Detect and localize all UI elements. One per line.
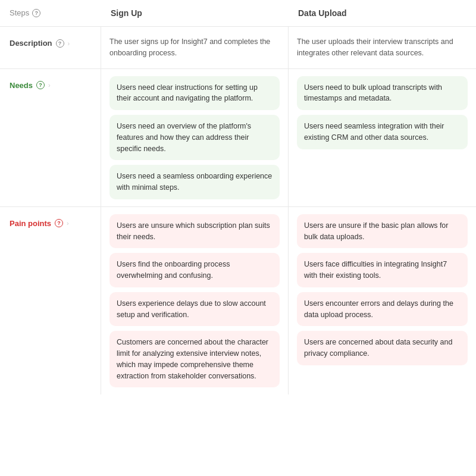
pain-col2-card-2: Users face difficulties in integrating I…: [297, 253, 468, 287]
description-question-icon[interactable]: ?: [56, 39, 64, 48]
table-grid: Steps ? Sign Up Data Upload Description …: [0, 0, 476, 394]
needs-col1-card-1: Users need clear instructions for settin…: [109, 76, 280, 111]
pain-points-arrow-icon: ›: [67, 220, 69, 227]
description-col1-text: The user signs up for Insight7 and compl…: [109, 34, 280, 61]
pain-points-section-label: Pain points ? ›: [0, 207, 101, 395]
col2-header: Data Upload: [289, 0, 476, 27]
pain-col2-card-1: Users are unsure if the basic plan allow…: [297, 214, 468, 249]
steps-header-cell: Steps ?: [0, 0, 101, 27]
needs-title: Needs: [10, 81, 33, 90]
needs-section-label: Needs ? ›: [0, 69, 101, 207]
needs-col2-card-1: Users need to bulk upload transcripts wi…: [297, 76, 468, 111]
pain-points-title: Pain points: [10, 219, 51, 228]
pain-points-question-icon[interactable]: ?: [55, 219, 63, 227]
description-section-label: Description ? ›: [0, 27, 101, 69]
description-arrow-icon: ›: [68, 40, 70, 47]
description-col2-content: The user uploads their interview transcr…: [289, 27, 476, 69]
needs-arrow-icon: ›: [48, 82, 51, 89]
steps-label: Steps: [10, 8, 29, 17]
needs-col2-card-2: Users need seamless integration with the…: [297, 115, 468, 149]
pain-points-col2-content: Users are unsure if the basic plan allow…: [289, 207, 476, 395]
pain-col1-card-4: Customers are concerned about the charac…: [109, 331, 280, 387]
pain-col2-card-4: Users are concerned about data security …: [297, 331, 468, 365]
pain-col1-card-2: Users find the onboarding process overwh…: [109, 253, 280, 287]
description-col2-text: The user uploads their interview transcr…: [297, 34, 468, 61]
pain-col1-card-3: Users experience delays due to slow acco…: [109, 292, 280, 327]
needs-question-icon[interactable]: ?: [36, 81, 45, 89]
col1-header: Sign Up: [101, 0, 289, 27]
needs-col1-card-3: Users need a seamless onboarding experie…: [109, 165, 280, 199]
pain-col1-card-1: Users are unsure which subscription plan…: [109, 214, 280, 249]
description-title: Description: [10, 39, 52, 48]
description-col1-content: The user signs up for Insight7 and compl…: [101, 27, 289, 69]
steps-question-icon[interactable]: ?: [32, 9, 40, 17]
needs-col1-card-2: Users need an overview of the platform's…: [109, 115, 280, 160]
table-container: Steps ? Sign Up Data Upload Description …: [0, 0, 476, 476]
pain-points-col1-content: Users are unsure which subscription plan…: [101, 207, 289, 395]
needs-col2-content: Users need to bulk upload transcripts wi…: [289, 69, 476, 207]
pain-col2-card-3: Users encounter errors and delays during…: [297, 292, 468, 327]
needs-col1-content: Users need clear instructions for settin…: [101, 69, 289, 207]
